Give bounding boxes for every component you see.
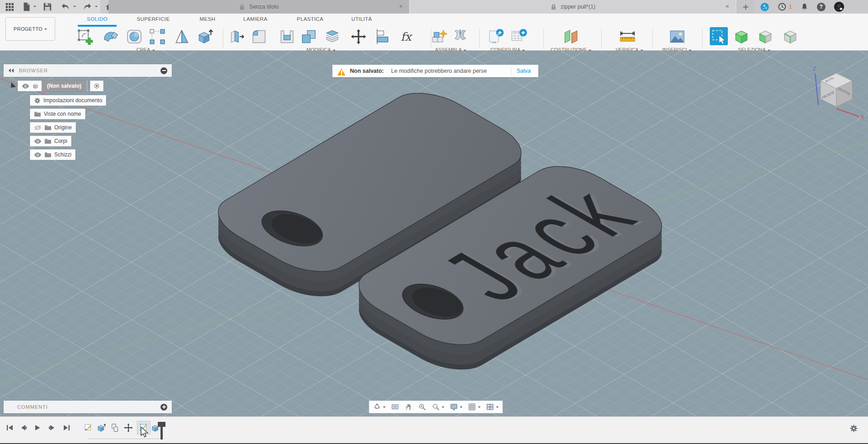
- select-body-icon[interactable]: [733, 28, 750, 45]
- visibility-on-icon[interactable]: [22, 83, 29, 89]
- document-tab-zipper-pull[interactable]: zipper pull*(1) ×: [410, 0, 736, 14]
- tab-plastica[interactable]: PLASTICA: [297, 16, 324, 22]
- collapse-panel-icon[interactable]: [8, 68, 14, 73]
- measure-icon[interactable]: [619, 28, 636, 45]
- timeline-sketch-feature[interactable]: [83, 423, 93, 433]
- viewports-caret[interactable]: [496, 406, 499, 409]
- close-tab-icon[interactable]: ×: [726, 3, 729, 10]
- timeline-go-to-start-button[interactable]: [6, 424, 14, 431]
- move-copy-icon[interactable]: [350, 28, 367, 45]
- configuration-icon[interactable]: [487, 28, 505, 45]
- change-parameters-icon[interactable]: fx: [399, 28, 416, 45]
- tab-solido[interactable]: SOLIDO: [87, 16, 108, 22]
- timeline-play-button[interactable]: [34, 424, 41, 431]
- view-cube[interactable]: Z X ALTO FRONTE DESTRA: [805, 63, 868, 120]
- zoom-window-icon[interactable]: [432, 403, 440, 411]
- extrude-icon[interactable]: [196, 28, 213, 45]
- tab-utilita[interactable]: UTILITÀ: [351, 16, 372, 22]
- timeline-go-to-end-button[interactable]: [63, 424, 70, 431]
- new-component-icon[interactable]: [431, 28, 448, 45]
- zoom-window-caret[interactable]: [442, 406, 444, 409]
- user-avatar[interactable]: [834, 1, 844, 12]
- visibility-off-icon[interactable]: [34, 125, 42, 131]
- file-menu-caret[interactable]: [33, 6, 36, 9]
- viewports-icon[interactable]: [486, 403, 494, 411]
- collapse-tree-button[interactable]: [160, 67, 167, 74]
- select-face-icon[interactable]: [757, 28, 774, 45]
- undo-caret[interactable]: [73, 6, 76, 9]
- job-status-clock-icon[interactable]: [778, 2, 787, 11]
- expand-closed-icon[interactable]: [22, 125, 27, 130]
- browser-item-impostazioni[interactable]: Impostazioni documento: [22, 95, 106, 106]
- browser-item-schizzi[interactable]: Schizzi: [22, 149, 75, 160]
- shell-icon[interactable]: [278, 28, 296, 45]
- timeline-move-feature[interactable]: [123, 423, 133, 433]
- help-icon[interactable]: ?: [817, 3, 826, 11]
- align-icon[interactable]: [374, 28, 392, 45]
- undo-icon[interactable]: [61, 2, 71, 12]
- timeline-copy-feature[interactable]: [110, 423, 120, 433]
- create-sketch-icon[interactable]: [76, 28, 94, 45]
- visibility-on-icon[interactable]: [34, 138, 42, 144]
- comments-panel-header[interactable]: COMMENTI: [4, 401, 172, 413]
- browser-root-row[interactable]: (Non salvato): [9, 80, 104, 91]
- timeline-step-forward-button[interactable]: [48, 424, 56, 431]
- expand-closed-icon[interactable]: [22, 139, 27, 143]
- expand-closed-icon[interactable]: [22, 112, 27, 116]
- expand-closed-icon[interactable]: [22, 152, 27, 157]
- expand-closed-icon[interactable]: [22, 98, 27, 103]
- insert-canvas-icon[interactable]: [669, 28, 686, 45]
- select-edge-icon[interactable]: [782, 28, 799, 45]
- look-at-icon[interactable]: [391, 403, 399, 411]
- save-link[interactable]: Salva: [517, 68, 531, 74]
- browser-panel-header[interactable]: BROWSER: [4, 64, 172, 77]
- browser-root-chip[interactable]: (Non salvato): [18, 80, 87, 91]
- browser-item-viste[interactable]: Viste con nome: [22, 109, 85, 119]
- configuration-table-icon[interactable]: [510, 28, 527, 45]
- split-body-icon[interactable]: [324, 28, 341, 45]
- timeline-extrude-feature[interactable]: [96, 423, 106, 433]
- rectangular-pattern-icon[interactable]: [149, 28, 166, 45]
- tab-superficie[interactable]: SUPERFICIE: [137, 16, 170, 22]
- close-tab-icon[interactable]: ×: [399, 3, 403, 10]
- timeline-step-back-button[interactable]: [20, 424, 27, 431]
- browser-item-origine[interactable]: Origine: [22, 122, 76, 133]
- settings-gear-icon[interactable]: [849, 424, 858, 433]
- project-button[interactable]: PROGETTO: [5, 17, 55, 41]
- browser-item-corpi[interactable]: Corpi: [22, 136, 71, 146]
- browser-root-label[interactable]: (Non salvato): [42, 80, 87, 91]
- pan-icon[interactable]: [405, 403, 413, 411]
- tab-mesh[interactable]: MESH: [200, 16, 216, 22]
- select-window-icon[interactable]: [710, 28, 727, 45]
- tab-lamiera[interactable]: LAMIERA: [243, 16, 267, 22]
- new-document-tab-button[interactable]: [736, 0, 755, 14]
- draft-icon[interactable]: [173, 28, 190, 45]
- grid-settings-icon[interactable]: [468, 403, 476, 411]
- orbit-caret[interactable]: [383, 406, 386, 409]
- display-settings-caret[interactable]: [460, 406, 462, 409]
- app-grid-icon[interactable]: [5, 2, 14, 12]
- modeling-viewport[interactable]: Jack Jack BROWSER: [0, 51, 868, 416]
- hole-icon[interactable]: [126, 28, 143, 45]
- extensions-icon[interactable]: [760, 2, 769, 12]
- revolve-icon[interactable]: [102, 28, 119, 45]
- file-menu-icon[interactable]: [22, 2, 32, 12]
- joint-icon[interactable]: [452, 28, 469, 45]
- grid-settings-caret[interactable]: [478, 406, 481, 409]
- orbit-icon[interactable]: [373, 403, 381, 411]
- redo-icon[interactable]: [82, 2, 92, 12]
- press-pull-icon[interactable]: [229, 28, 246, 45]
- zoom-icon[interactable]: [418, 403, 426, 411]
- activate-component-radio[interactable]: [90, 80, 104, 91]
- timeline-playhead-stem[interactable]: [160, 422, 163, 439]
- add-comment-button[interactable]: [160, 404, 167, 411]
- visibility-on-icon[interactable]: [34, 152, 42, 158]
- save-icon[interactable]: [42, 2, 52, 12]
- expand-open-icon[interactable]: [9, 82, 16, 90]
- redo-caret[interactable]: [95, 6, 98, 9]
- notifications-bell-icon[interactable]: [800, 3, 809, 11]
- fillet-icon[interactable]: [250, 28, 268, 45]
- construction-plane-icon[interactable]: [562, 28, 580, 45]
- display-settings-icon[interactable]: [450, 403, 458, 411]
- combine-icon[interactable]: [300, 28, 317, 45]
